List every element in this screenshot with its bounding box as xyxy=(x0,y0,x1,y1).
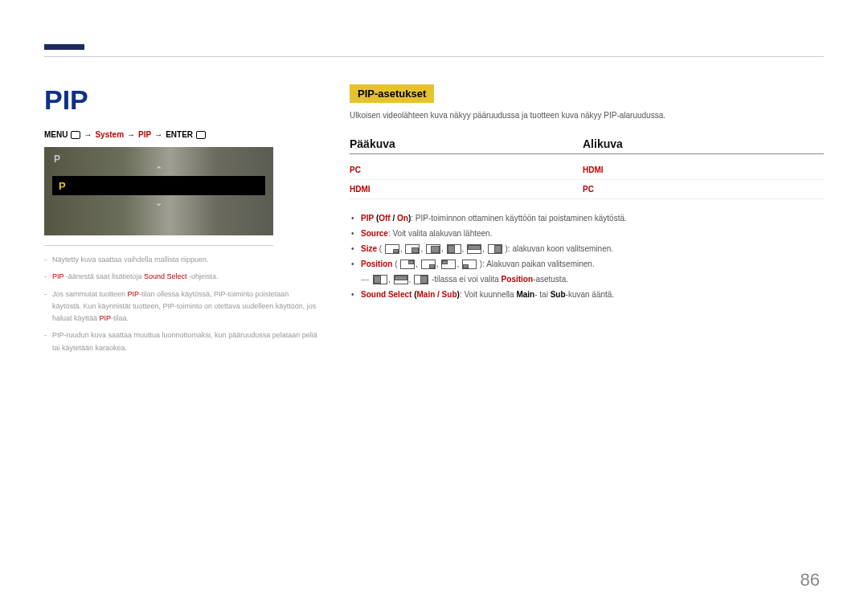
label-source: Source xyxy=(361,229,388,238)
size-icon-large xyxy=(426,244,440,254)
text-pip: : PIP-toiminnon ottaminen käyttöön tai p… xyxy=(411,214,626,223)
label-size: Size xyxy=(361,244,377,253)
arrow-icon: → xyxy=(84,130,92,139)
top-divider xyxy=(44,56,824,57)
chevron-down-icon: ⌄ xyxy=(155,198,162,208)
note-icon-left-half xyxy=(373,275,387,284)
size-icon-left-half xyxy=(447,244,461,254)
text-position: : Alakuvan paikan valitseminen. xyxy=(482,260,595,268)
note-2: PIP -äänestä saat lisätietoja Sound Sele… xyxy=(44,271,317,283)
page-accent-bar xyxy=(44,44,84,50)
note-4: PIP-ruudun kuva saattaa muuttua luonnott… xyxy=(44,329,317,354)
settings-list: PIP (Off / On): PIP-toiminnon ottaminen … xyxy=(350,210,824,302)
text-main: Main xyxy=(516,290,534,299)
source-table: PC HDMI HDMI PC xyxy=(350,161,824,199)
size-icon-small xyxy=(385,244,399,254)
paren-open: ( xyxy=(395,260,397,268)
note-position-end: -asetusta. xyxy=(533,275,568,284)
note-position-label: Position xyxy=(502,275,533,284)
note-3: Jos sammutat tuotteen PIP-tilan ollessa … xyxy=(44,288,317,325)
note-3a: Jos sammutat tuotteen xyxy=(52,290,128,298)
setting-position: Position ( , , , ): Alakuvan paikan vali… xyxy=(350,256,824,272)
chevron-up-icon: ⌃ xyxy=(155,165,162,175)
note-2-pip: PIP xyxy=(52,272,63,280)
setting-sound-select: Sound Select (Main / Sub): Voit kuunnell… xyxy=(350,287,824,302)
page-number: 86 xyxy=(800,570,820,591)
text-or: - tai xyxy=(534,290,550,299)
note-2-post: -ohjeista. xyxy=(186,272,218,280)
position-icon-br xyxy=(421,260,436,269)
opt-main-sub: Main / Sub xyxy=(416,290,457,299)
breadcrumb-menu: MENU xyxy=(44,130,68,139)
right-column: PIP-asetukset Ulkoisen videolähteen kuva… xyxy=(350,84,824,359)
screen-preview: P ⌃ P ⌄ xyxy=(44,147,273,235)
breadcrumb-enter: ENTER xyxy=(166,130,193,139)
position-icon-bl xyxy=(462,260,477,269)
text-sound-a: : Voit kuunnella xyxy=(460,290,517,299)
setting-position-note: , , -tilassa ei voi valita Position-aset… xyxy=(350,272,824,287)
breadcrumb-pip: PIP xyxy=(138,130,151,139)
arrow-icon: → xyxy=(154,130,162,139)
label-pip: PIP xyxy=(361,214,374,223)
breadcrumb-system: System xyxy=(95,130,124,139)
table-row: HDMI PC xyxy=(350,180,824,199)
note-3b: PIP xyxy=(128,290,140,298)
position-icon-tr xyxy=(400,260,415,269)
opt-off: Off xyxy=(379,214,390,223)
label-sound-select: Sound Select xyxy=(361,290,411,299)
position-icon-tl xyxy=(441,260,456,269)
note-2-mid: -äänestä saat lisätietoja xyxy=(63,272,144,280)
size-icon-top-half xyxy=(467,244,481,254)
note-position-text: -tilassa ei voi valita xyxy=(432,275,502,284)
cell-hdmi: HDMI xyxy=(350,185,583,194)
cell-hdmi: HDMI xyxy=(583,166,816,174)
notes-block: Näytetty kuva saattaa vaihdella mallista… xyxy=(44,254,317,354)
text-source: : Voit valita alakuvan lähteen. xyxy=(388,229,493,238)
label-position: Position xyxy=(361,260,392,268)
menu-icon xyxy=(71,131,80,139)
text-size: : alakuvan koon valitseminen. xyxy=(508,244,613,253)
cell-pc: PC xyxy=(583,185,816,194)
note-2-soundselect: Sound Select xyxy=(144,272,187,280)
setting-source: Source: Voit valita alakuvan lähteen. xyxy=(350,226,824,241)
slash: / xyxy=(391,214,397,223)
text-sound-end: -kuvan ääntä. xyxy=(566,290,615,299)
arrow-icon: → xyxy=(127,130,135,139)
paren-open: ( xyxy=(379,244,382,253)
note-3d: PIP xyxy=(100,314,112,322)
setting-pip: PIP (Off / On): PIP-toiminnon ottaminen … xyxy=(350,210,824,226)
left-column: PIP MENU → System → PIP → ENTER P ⌃ P ⌄ xyxy=(44,84,350,359)
enter-icon xyxy=(196,131,206,139)
table-row: PC HDMI xyxy=(350,161,824,180)
heading-alikuva: Alikuva xyxy=(583,137,816,153)
note-icon-top-half xyxy=(394,275,408,284)
preview-highlight-row: P xyxy=(52,176,265,195)
note-3e: -tilaa. xyxy=(111,314,129,322)
section-label-pip-asetukset: PIP-asetukset xyxy=(350,84,434,103)
page-title: PIP xyxy=(44,84,330,116)
preview-highlight-label: P xyxy=(59,180,66,192)
breadcrumb: MENU → System → PIP → ENTER xyxy=(44,130,330,139)
note-icon-right-half xyxy=(414,275,428,284)
cell-pc: PC xyxy=(350,166,583,174)
section-description: Ulkoisen videolähteen kuva näkyy pääruud… xyxy=(350,111,824,120)
size-icon-right-half xyxy=(488,244,502,254)
note-1: Näytetty kuva saattaa vaihdella mallista… xyxy=(44,254,317,266)
source-table-header: Pääkuva Alikuva xyxy=(350,137,824,154)
preview-p-icon: P xyxy=(54,153,60,165)
setting-size: Size ( , , , , , ): alakuvan koon valits… xyxy=(350,241,824,256)
left-divider xyxy=(44,245,273,246)
text-sub: Sub xyxy=(551,290,566,299)
size-icon-medium xyxy=(405,244,420,254)
opt-on: On xyxy=(397,214,408,223)
heading-paakuva: Pääkuva xyxy=(350,137,583,153)
